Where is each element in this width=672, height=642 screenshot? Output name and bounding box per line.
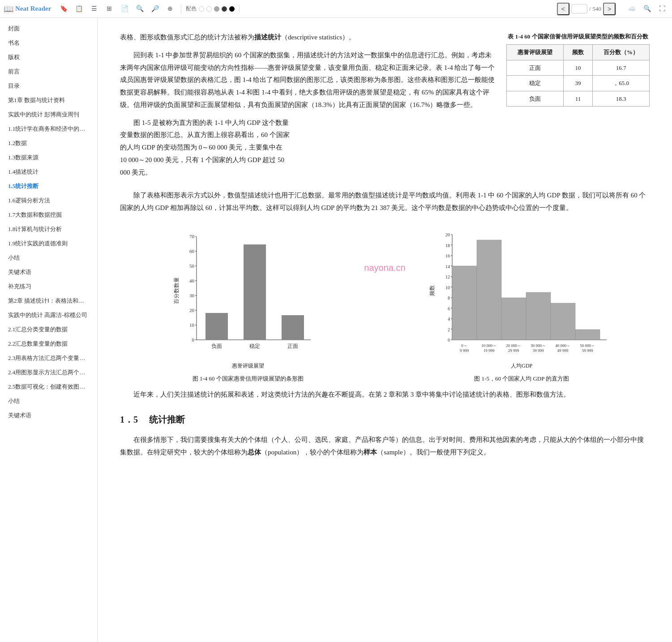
svg-text:60: 60 xyxy=(189,248,195,254)
add-btn[interactable]: ⊕ xyxy=(164,3,176,15)
sidebar-item-1-3[interactable]: 1.3数据来源 xyxy=(0,150,97,165)
menu-btn[interactable]: ☰ xyxy=(88,3,100,15)
prev-page-btn[interactable]: < xyxy=(557,3,569,15)
svg-text:4: 4 xyxy=(448,317,450,321)
svg-text:14: 14 xyxy=(445,264,450,269)
chart2-x-label: 人均GDP xyxy=(394,361,650,371)
fullscreen-icon[interactable]: ⛶ xyxy=(656,3,668,15)
para5: 在很多情形下，我们需要搜集有关大的个体组（个人、公司、选民、家庭、产品和客户等）… xyxy=(120,434,650,459)
histogram-svg: 频数 0 2 4 6 8 10 12 14 16 18 20 xyxy=(428,223,616,358)
toolbar: 📖 Neat Reader 🔖 📋 ☰ ⊞ 📄 🔍 🔎 ⊕ 配色 < 27 / … xyxy=(0,0,672,18)
svg-text:50 000～: 50 000～ xyxy=(580,343,595,348)
sidebar-item-1-5[interactable]: 1.5统计推断 xyxy=(0,179,97,193)
svg-text:20: 20 xyxy=(445,232,450,237)
next-page-btn[interactable]: > xyxy=(603,3,616,15)
sidebar-item-ch1[interactable]: 第1章 数据与统计资料 xyxy=(0,93,97,107)
sidebar: 封面 书名 版权 前言 目录 第1章 数据与统计资料 实践中的统计 彭博商业周刊… xyxy=(0,18,98,642)
sidebar-item-preface[interactable]: 前言 xyxy=(0,64,97,79)
color-dot-dark[interactable] xyxy=(222,6,227,12)
para3-chart-section: 图 1-5 是被称为直方图的表 1-1 中人均 GDP 这个数量变量数据的图形汇… xyxy=(120,117,650,184)
table-cell-label3: 负面 xyxy=(507,91,564,106)
sidebar-item-cover[interactable]: 封面 xyxy=(0,21,97,36)
sidebar-item-ch2[interactable]: 第2章 描述统计Ⅰ：表格法和图形法 xyxy=(0,294,97,308)
content-section1: 表 1-4 60 个国家信誉信用评级展望类型的频数和百分数 惠誉评级展望 频数 … xyxy=(120,31,650,117)
sidebar-item-2-3[interactable]: 2.3用表格方法汇总两个变量的数据 xyxy=(0,351,97,365)
term-sample: 样本 xyxy=(364,449,377,456)
table-cell-freq1: 10 xyxy=(563,60,592,75)
sidebar-item-title[interactable]: 书名 xyxy=(0,36,97,50)
hist-bar-2 xyxy=(501,298,526,340)
color-dot-white2[interactable] xyxy=(206,6,212,12)
sidebar-item-practice-colgate[interactable]: 实践中的统计 高露洁-棕榄公司 xyxy=(0,308,97,322)
sidebar-item-practice-bloomberg[interactable]: 实践中的统计 彭博商业周刊 xyxy=(0,107,97,122)
chart1-x-label: 惠誉评级展望 xyxy=(120,361,376,371)
svg-text:10 000～: 10 000～ xyxy=(481,343,497,348)
sidebar-item-1-4[interactable]: 1.4描述统计 xyxy=(0,165,97,179)
color-palette: 配色 xyxy=(186,5,235,13)
svg-text:频数: 频数 xyxy=(429,285,435,296)
copy-btn[interactable]: 📋 xyxy=(73,3,85,15)
sidebar-item-exercises1[interactable]: 补充练习 xyxy=(0,279,97,294)
sidebar-item-1-9[interactable]: 1.9统计实践的道德准则 xyxy=(0,236,97,251)
chart2-title: 图 1-5，60 个国家人均 GDP 的直方图 xyxy=(394,373,650,384)
table-row: 负面 11 18.3 xyxy=(507,91,650,106)
search-right-icon[interactable]: 🔍 xyxy=(641,3,653,15)
hist-bar-1 xyxy=(477,240,501,340)
cloud-icon[interactable]: ☁️ xyxy=(625,3,638,15)
sidebar-item-1-2[interactable]: 1.2数据 xyxy=(0,136,97,150)
hist-bar-4 xyxy=(551,303,575,340)
sidebar-item-copyright[interactable]: 版权 xyxy=(0,50,97,64)
section-heading-1-5: 1．5 统计推断 xyxy=(120,411,650,428)
separator2 xyxy=(239,4,240,13)
bar-stable xyxy=(244,244,266,340)
main-content: nayona.cn 表 1-4 60 个国家信誉信用评级展望类型的频数和百分数 … xyxy=(98,18,672,642)
bookmark-btn[interactable]: 🔖 xyxy=(57,3,70,15)
brand-icon: 📖 xyxy=(4,4,13,14)
app-brand: 📖 Neat Reader xyxy=(4,4,51,14)
table-header-col2: 频数 xyxy=(563,45,592,60)
sidebar-item-summary1[interactable]: 小结 xyxy=(0,251,97,265)
table-row: 稳定 39 ，65.0 xyxy=(507,76,650,91)
table-cell-label1: 正面 xyxy=(507,60,564,75)
page-sep: / xyxy=(589,5,591,13)
sidebar-item-1-6[interactable]: 1.6逻辑分析方法 xyxy=(0,193,97,208)
svg-text:50: 50 xyxy=(189,263,195,269)
grid-btn[interactable]: ⊞ xyxy=(103,3,116,15)
table-header-col3: 百分数（%） xyxy=(593,45,650,60)
sidebar-item-summary2[interactable]: 小结 xyxy=(0,394,97,408)
page-number-input[interactable]: 27 xyxy=(571,4,587,13)
sidebar-item-2-1[interactable]: 2.1汇总分类变量的数据 xyxy=(0,322,97,337)
sidebar-item-2-4[interactable]: 2.4用图形显示方法汇总两个变量的数据 xyxy=(0,365,97,380)
search-btn[interactable]: 🔍 xyxy=(133,3,146,15)
charts-row: 百分数数量 0 10 20 30 40 50 60 70 xyxy=(120,223,650,384)
color-dot-gray[interactable] xyxy=(214,6,219,12)
sidebar-item-2-5[interactable]: 2.5数据可视化：创建有效图形显示的... xyxy=(0,380,97,394)
para3-text: 图 1-5 是被称为直方图的表 1-1 中人均 GDP 这个数量变量数据的图形汇… xyxy=(120,117,290,184)
sidebar-item-1-7[interactable]: 1.7大数据和数据挖掘 xyxy=(0,208,97,222)
svg-text:70: 70 xyxy=(189,234,195,239)
hist-bar-3 xyxy=(526,292,551,340)
svg-text:39 999: 39 999 xyxy=(533,348,544,353)
svg-text:稳定: 稳定 xyxy=(249,343,260,349)
color-dot-white1[interactable] xyxy=(199,6,204,12)
table-cell-freq3: 11 xyxy=(563,91,592,106)
sidebar-item-1-8[interactable]: 1.8计算机与统计分析 xyxy=(0,222,97,236)
sidebar-item-keywords1[interactable]: 关键术语 xyxy=(0,265,97,279)
page-nav: < 27 / 540 > xyxy=(557,3,616,15)
sidebar-item-1-1[interactable]: 1.1统计学在商务和经济中的应用 xyxy=(0,122,97,136)
table-cell-pct1: 16.7 xyxy=(593,60,650,75)
table-cell-freq2: 39 xyxy=(563,76,592,91)
sidebar-item-2-2[interactable]: 2.2汇总数量变量的数据 xyxy=(0,337,97,351)
sidebar-item-keywords2[interactable]: 关键术语 xyxy=(0,408,97,423)
svg-text:负面: 负面 xyxy=(211,343,222,349)
chart1-title: 图 1-4 60 个国家惠誉信用评级展望的条形图 xyxy=(120,373,376,384)
svg-text:19 999: 19 999 xyxy=(484,348,495,353)
color-label: 配色 xyxy=(186,5,197,13)
svg-text:12: 12 xyxy=(445,274,450,279)
color-dot-black[interactable] xyxy=(229,6,235,12)
zoom-search-btn[interactable]: 🔎 xyxy=(149,3,161,15)
separator1 xyxy=(181,4,181,13)
book-btn[interactable]: 📄 xyxy=(118,3,131,15)
sidebar-item-toc[interactable]: 目录 xyxy=(0,79,97,93)
svg-text:40: 40 xyxy=(189,278,195,283)
